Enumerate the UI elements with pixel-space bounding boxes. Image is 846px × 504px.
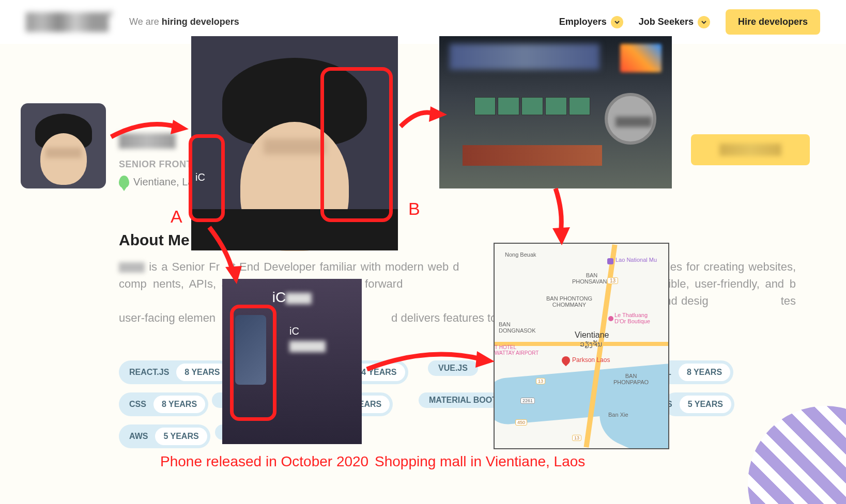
arrow-a-to-phone	[207, 225, 248, 289]
phone-sign-text: iC	[272, 289, 286, 305]
nav-job-seekers[interactable]: Job Seekers	[639, 16, 710, 28]
mall-circular-sign	[605, 93, 656, 145]
svg-marker-0	[171, 120, 189, 134]
map-route-13b: 13	[536, 378, 545, 384]
about-name-blurred	[119, 262, 145, 273]
skill-years: 8 YEARS	[153, 396, 205, 413]
map-overlay: Nong Beuak BAN PHONSAVANG BAN PHONTONG C…	[494, 243, 669, 449]
location-pin-icon	[119, 176, 129, 188]
skill-name: CSS	[129, 400, 146, 409]
arrow-avatar-to-large	[109, 114, 191, 147]
skill-reactjs[interactable]: REACT.JS 8 YEARS	[119, 360, 232, 384]
about-me-heading: About Me	[119, 231, 190, 249]
purple-striped-circle	[748, 406, 846, 504]
map-label-phontong: BAN PHONTONG CHOMMANY	[546, 295, 592, 308]
profile-avatar-thumbnail[interactable]	[21, 103, 106, 188]
avatar-eyes-blurred	[45, 148, 82, 158]
phone-sign-blurred	[286, 293, 312, 304]
site-logo-blurred[interactable]: ®	[26, 12, 109, 32]
annotation-label-b: B	[408, 199, 420, 219]
mall-counter	[463, 145, 602, 166]
chevron-down-icon	[698, 16, 710, 28]
site-header: ® We are hiring developers Employers Job…	[0, 0, 846, 44]
map-city-lao-label: ວຽງຈັນ	[580, 340, 602, 348]
map-label-museum: Lao National Mu	[616, 257, 657, 263]
map-parkson-label: Parkson Laos	[572, 356, 610, 364]
phone-store-sign: iC	[272, 289, 312, 306]
skill-years: 5 YEARS	[680, 396, 731, 413]
mall-sign-blurred	[450, 44, 599, 70]
map-hotel-icon	[608, 316, 613, 321]
caption-phone: Phone released in October 2020	[160, 453, 368, 470]
map-route-450: 450	[515, 419, 527, 426]
registered-mark: ®	[108, 10, 113, 18]
map-route-13c: 13	[572, 435, 581, 441]
chevron-down-icon	[611, 16, 623, 28]
map-museum-icon	[607, 258, 613, 264]
phone-text-blurred	[289, 341, 326, 352]
map-city-label: Vientiane	[575, 330, 609, 340]
about-segment: t-End Developer familiar with modern web…	[233, 260, 459, 273]
svg-marker-4	[475, 351, 495, 368]
skill-s[interactable]: S 5 YEARS	[664, 392, 734, 416]
action-button-text-blurred	[719, 144, 781, 156]
svg-marker-3	[552, 227, 570, 245]
skill-css[interactable]: CSS 8 YEARS	[119, 392, 208, 416]
arrow-b-to-mall	[398, 103, 450, 136]
hire-developers-button[interactable]: Hire developers	[726, 9, 820, 35]
annotation-box-b	[320, 67, 393, 222]
avatar-face	[40, 133, 87, 185]
map-label-phonsavang: BAN PHONSAVANG	[572, 272, 611, 285]
tagline-strong: hiring developers	[162, 17, 239, 27]
caption-mall: Shopping mall in Vientiane, Laos	[375, 453, 585, 470]
mall-menu-boards	[474, 97, 591, 115]
svg-marker-2	[225, 266, 242, 284]
skill-name: AWS	[129, 432, 148, 441]
header-right: Employers Job Seekers Hire developers	[559, 9, 820, 35]
phone-ic-text: iC	[289, 325, 299, 337]
map-label-nong-beuak: Nong Beuak	[505, 251, 536, 258]
decorative-circle	[732, 390, 846, 504]
map-label-thatluang: Le Thatluang D'Or Boutique	[614, 312, 650, 324]
skill-years: 5 YEARS	[155, 428, 207, 445]
mall-screen	[620, 44, 662, 72]
arrow-phone-to-map	[364, 341, 499, 384]
annotation-box-phone	[230, 305, 276, 421]
nav-job-seekers-label: Job Seekers	[639, 17, 694, 27]
map-route-13: 13	[607, 277, 618, 284]
photo-eyes-blurred	[264, 139, 326, 154]
map-label-dongnasok: BAN DONGNASOK	[499, 321, 536, 334]
annotation-box-a	[189, 134, 225, 222]
annotation-label-a: A	[171, 207, 182, 227]
hire-button-label: Hire developers	[738, 17, 808, 27]
nav-employers-label: Employers	[559, 17, 607, 27]
header-left: ® We are hiring developers	[26, 12, 239, 32]
arrow-mall-to-map	[535, 186, 581, 250]
map-label-phonpapao: BAN PHONPAPAO	[613, 373, 649, 385]
map-label-ban-xie: Ban Xie	[608, 412, 628, 418]
skill-years: 8 YEARS	[176, 364, 228, 381]
skill-aws[interactable]: AWS 5 YEARS	[119, 424, 210, 448]
skill-name: REACT.JS	[129, 368, 169, 377]
shopping-mall-photo	[439, 36, 672, 188]
profile-action-button-blurred[interactable]	[691, 134, 810, 165]
mall-circle-text-blurred	[616, 117, 652, 127]
hiring-tagline: We are hiring developers	[129, 17, 239, 27]
tagline-prefix: We are	[129, 17, 162, 27]
nav-employers[interactable]: Employers	[559, 16, 623, 28]
map-label-airport: T HOTEL WATTAY AIRPORT	[495, 344, 539, 356]
skill-years: 8 YEARS	[679, 364, 730, 381]
map-route-2261: 2261	[520, 398, 535, 404]
svg-marker-1	[429, 106, 447, 122]
